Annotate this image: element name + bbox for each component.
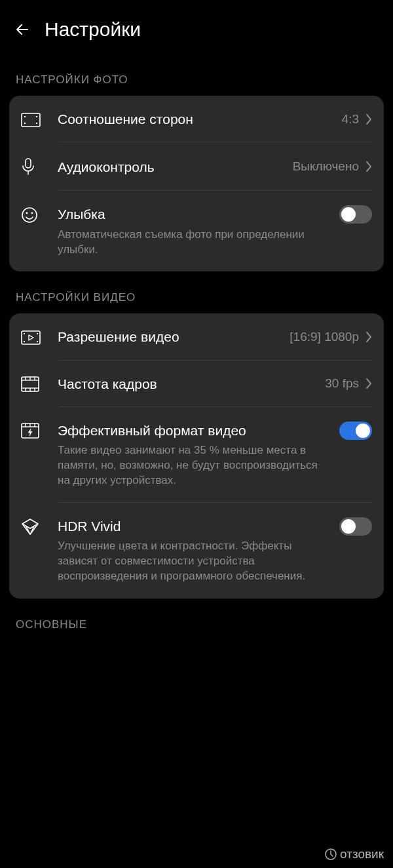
svg-rect-1 [24, 116, 26, 117]
svg-rect-3 [36, 116, 37, 117]
video-resolution-value: [16:9] 1080p [290, 330, 359, 344]
chevron-right-icon [365, 161, 372, 172]
efficient-format-label: Эффективный формат видео [58, 422, 330, 439]
svg-rect-0 [22, 113, 40, 127]
microphone-icon [21, 157, 47, 176]
photo-settings-card: Соотношение сторон 4:3 Аудиоконтроль Вык… [9, 96, 384, 271]
hdr-vivid-toggle[interactable] [339, 517, 372, 536]
svg-rect-5 [26, 159, 31, 168]
efficient-format-row[interactable]: Эффективный формат видео Такие видео зан… [9, 407, 384, 503]
section-header-photo: НАСТРОЙКИ ФОТО [0, 54, 393, 96]
svg-rect-12 [37, 333, 38, 334]
video-resolution-icon [21, 329, 47, 345]
aspect-ratio-label: Соотношение сторон [58, 110, 335, 128]
page-title: Настройки [45, 18, 141, 41]
chevron-right-icon [365, 331, 372, 343]
video-resolution-label: Разрешение видео [58, 328, 283, 345]
aspect-ratio-icon [21, 111, 47, 127]
hdr-vivid-icon [21, 517, 47, 536]
section-header-video: НАСТРОЙКИ ВИДЕО [0, 271, 393, 313]
section-header-main: ОСНОВНЫЕ [0, 599, 393, 641]
svg-rect-11 [24, 341, 25, 342]
hdr-vivid-subtitle: Улучшение цвета и контрастности. Эффекты… [58, 539, 330, 584]
watermark-text: отзовик [340, 847, 384, 861]
smile-label: Улыбка [58, 205, 330, 223]
video-settings-card: Разрешение видео [16:9] 1080p [9, 313, 384, 599]
back-button[interactable] [13, 20, 31, 39]
hdr-vivid-label: HDR Vivid [58, 517, 330, 535]
svg-point-6 [22, 208, 37, 222]
smile-icon [21, 205, 47, 224]
svg-rect-10 [24, 333, 25, 334]
header: Настройки [0, 0, 393, 54]
chevron-right-icon [365, 113, 372, 125]
audio-control-label: Аудиоконтроль [58, 158, 286, 176]
svg-point-7 [26, 212, 28, 214]
efficient-format-subtitle: Такие видео занимают на 35 % меньше мест… [58, 443, 330, 488]
svg-point-8 [31, 212, 33, 214]
video-resolution-row[interactable]: Разрешение видео [16:9] 1080p [9, 313, 384, 360]
framerate-row[interactable]: Частота кадров 30 fps [9, 361, 384, 407]
hdr-vivid-row[interactable]: HDR Vivid Улучшение цвета и контрастност… [9, 503, 384, 599]
svg-rect-2 [24, 123, 26, 124]
aspect-ratio-value: 4:3 [342, 112, 359, 127]
svg-rect-13 [37, 341, 38, 342]
smile-subtitle: Автоматическая съемка фото при определен… [58, 227, 330, 258]
efficient-format-icon [21, 422, 47, 439]
framerate-label: Частота кадров [58, 375, 318, 393]
aspect-ratio-row[interactable]: Соотношение сторон 4:3 [9, 96, 384, 142]
smile-toggle[interactable] [339, 205, 372, 224]
audio-control-row[interactable]: Аудиоконтроль Выключено [9, 142, 384, 191]
watermark: отзовик [324, 847, 384, 861]
svg-rect-4 [36, 123, 37, 124]
arrow-left-icon [13, 20, 31, 39]
efficient-format-toggle[interactable] [339, 422, 372, 440]
audio-control-value: Выключено [293, 159, 359, 174]
framerate-value: 30 fps [325, 376, 359, 391]
chevron-right-icon [365, 378, 372, 389]
framerate-icon [21, 375, 47, 392]
smile-row[interactable]: Улыбка Автоматическая съемка фото при оп… [9, 191, 384, 271]
watermark-icon [324, 848, 337, 861]
